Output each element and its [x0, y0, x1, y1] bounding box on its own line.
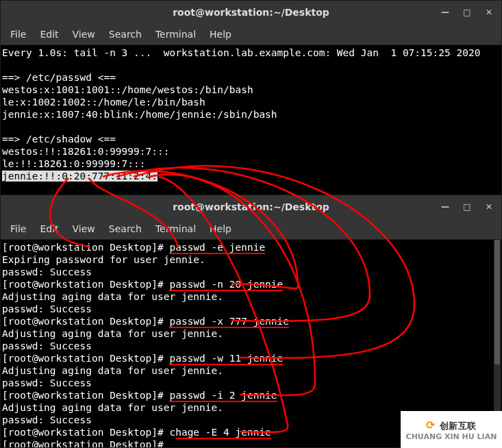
window-controls-2: — □ ✕ [437, 199, 497, 215]
terminal-window-2: root@workstation:~/Desktop — □ ✕ File Ed… [0, 195, 502, 448]
terminal-window-1: root@workstation:~/Desktop — □ ✕ File Ed… [0, 0, 502, 196]
menubar-2: File Edit View Search Terminal Help [1, 219, 501, 240]
titlebar-2[interactable]: root@workstation:~/Desktop — □ ✕ [1, 195, 501, 219]
minimize-icon[interactable]: — [437, 4, 453, 21]
close-icon[interactable]: ✕ [481, 199, 497, 215]
watermark-text: 创新互联 [440, 421, 477, 431]
menu-view[interactable]: View [67, 27, 101, 42]
menu-view[interactable]: View [67, 221, 101, 236]
maximize-icon[interactable]: □ [459, 4, 475, 21]
menu-edit[interactable]: Edit [34, 221, 64, 236]
menu-help[interactable]: Help [204, 27, 237, 42]
window-title-1: root@workstation:~/Desktop [173, 7, 329, 18]
titlebar-1[interactable]: root@workstation:~/Desktop — □ ✕ [1, 1, 501, 24]
menu-terminal[interactable]: Terminal [150, 221, 201, 236]
menu-terminal[interactable]: Terminal [150, 27, 201, 42]
watermark-logo: ⟳ 创新互联 CHUANG XIN HU LIAN [401, 411, 502, 448]
menu-edit[interactable]: Edit [34, 27, 64, 42]
watermark-sub: CHUANG XIN HU LIAN [406, 432, 497, 441]
menu-search[interactable]: Search [103, 27, 147, 42]
window-controls-1: — □ ✕ [437, 4, 497, 21]
minimize-icon[interactable]: — [437, 199, 453, 215]
menubar-1: File Edit View Search Terminal Help [1, 24, 501, 45]
menu-file[interactable]: File [5, 221, 32, 236]
menu-search[interactable]: Search [103, 221, 147, 236]
window-title-2: root@workstation:~/Desktop [173, 201, 329, 212]
menu-help[interactable]: Help [204, 221, 237, 236]
terminal-output-1[interactable]: Every 1.0s: tail -n 3 ... workstation.la… [1, 45, 501, 195]
close-icon[interactable]: ✕ [481, 4, 497, 21]
maximize-icon[interactable]: □ [459, 199, 475, 215]
menu-file[interactable]: File [5, 27, 32, 42]
scrollbar-thumb[interactable] [494, 240, 500, 364]
